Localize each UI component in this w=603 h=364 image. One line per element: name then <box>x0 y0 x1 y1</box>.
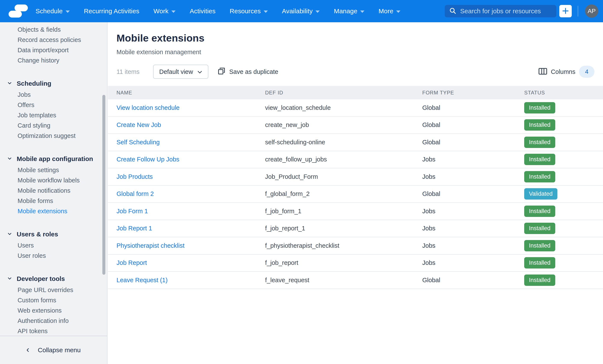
column-header-def-id[interactable]: DEF ID <box>265 90 422 96</box>
nav-item-label: Activities <box>190 8 215 15</box>
sidebar-section-developer-tools[interactable]: Developer tools <box>0 274 107 284</box>
sidebar-item-custom-forms[interactable]: Custom forms <box>0 295 107 305</box>
sidebar-item-user-roles[interactable]: User roles <box>0 250 107 261</box>
form-type-cell: Jobs <box>422 242 524 249</box>
extension-link[interactable]: Physiotherapist checklist <box>116 242 185 249</box>
sidebar-item-record-access-policies[interactable]: Record access policies <box>0 35 107 45</box>
collapse-menu-button[interactable]: ‹ Collapse menu <box>0 336 107 364</box>
view-selector-label: Default view <box>159 68 193 75</box>
form-type-cell: Jobs <box>422 225 524 232</box>
status-cell: Installed <box>524 154 603 165</box>
sidebar-item-mobile-forms[interactable]: Mobile forms <box>0 196 107 206</box>
sidebar-item-mobile-extensions[interactable]: Mobile extensions <box>0 206 107 216</box>
search-icon <box>449 7 456 15</box>
status-badge: Installed <box>524 119 555 131</box>
name-cell: Job Report <box>116 259 265 266</box>
sidebar-item-offers[interactable]: Offers <box>0 100 107 110</box>
table-body: View location scheduleview_location_sche… <box>108 99 603 289</box>
app-root: ScheduleRecurring ActivitiesWorkActiviti… <box>0 0 603 364</box>
extension-link[interactable]: Leave Request (1) <box>116 277 168 284</box>
table-row: View location scheduleview_location_sche… <box>108 99 603 117</box>
sidebar-item-optimization-suggest[interactable]: Optimization suggest <box>0 131 107 141</box>
extension-link[interactable]: View location schedule <box>116 104 180 111</box>
sidebar-section-users-roles[interactable]: Users & roles <box>0 229 107 239</box>
logo-shape-top <box>15 4 28 11</box>
logo-shape-bottom <box>9 11 22 18</box>
chevron-down-icon <box>7 276 12 282</box>
sidebar-item-change-history[interactable]: Change history <box>0 55 107 66</box>
sidebar-item-web-extensions[interactable]: Web extensions <box>0 305 107 316</box>
chevron-down-icon <box>197 68 202 75</box>
extension-link[interactable]: Global form 2 <box>116 190 154 197</box>
table-row: Create Follow Up Jobscreate_follow_up_jo… <box>108 151 603 169</box>
chevron-left-icon: ‹ <box>26 345 29 354</box>
sidebar-item-job-templates[interactable]: Job templates <box>0 110 107 120</box>
def-id-cell: self-scheduling-online <box>265 139 422 146</box>
nav-item-resources[interactable]: Resources <box>230 8 268 15</box>
sidebar-scrollbar[interactable] <box>102 95 105 275</box>
create-new-button[interactable] <box>559 5 572 17</box>
sidebar-item-mobile-notifications[interactable]: Mobile notifications <box>0 185 107 196</box>
page-subtitle: Mobile extension management <box>116 49 603 56</box>
nav-item-label: Resources <box>230 8 261 15</box>
chevron-down-icon <box>360 11 364 13</box>
name-cell: Create New Job <box>116 121 265 128</box>
extension-link[interactable]: Create New Job <box>116 121 161 128</box>
sidebar-item-mobile-settings[interactable]: Mobile settings <box>0 165 107 175</box>
form-type-cell: Global <box>422 104 524 111</box>
extension-link[interactable]: Job Report 1 <box>116 225 152 232</box>
form-type-cell: Global <box>422 121 524 128</box>
sidebar-item-card-styling[interactable]: Card styling <box>0 120 107 131</box>
sidebar-item-objects-fields[interactable]: Objects & fields <box>0 24 107 35</box>
nav-item-activities[interactable]: Activities <box>190 8 215 15</box>
columns-button[interactable]: Columns 4 <box>538 66 594 78</box>
nav-item-availability[interactable]: Availability <box>282 8 320 15</box>
status-badge: Installed <box>524 257 555 269</box>
sidebar-item-jobs[interactable]: Jobs <box>0 90 107 100</box>
nav-item-manage[interactable]: Manage <box>334 8 364 15</box>
status-badge: Installed <box>524 205 555 217</box>
extension-link[interactable]: Job Form 1 <box>116 208 148 215</box>
nav-item-schedule[interactable]: Schedule <box>35 8 70 15</box>
def-id-cell: Job_Product_Form <box>265 173 422 180</box>
sidebar-item-data-import-export[interactable]: Data import/export <box>0 45 107 55</box>
sidebar-section-scheduling[interactable]: Scheduling <box>0 78 107 89</box>
def-id-cell: view_location_schedule <box>265 104 422 111</box>
search-placeholder: Search for jobs or resources <box>460 8 541 15</box>
sidebar-item-mobile-workflow-labels[interactable]: Mobile workflow labels <box>0 175 107 185</box>
nav-item-more[interactable]: More <box>379 8 400 15</box>
sidebar-item-users[interactable]: Users <box>0 240 107 250</box>
sidebar-section-title: Users & roles <box>17 231 58 238</box>
status-cell: Installed <box>524 257 603 269</box>
extension-link[interactable]: Job Report <box>116 259 147 266</box>
column-header-form-type[interactable]: FORM TYPE <box>422 90 524 96</box>
sidebar-item-page-url-overrides[interactable]: Page URL overrides <box>0 285 107 295</box>
def-id-cell: f_job_report_1 <box>265 225 422 232</box>
name-cell: Global form 2 <box>116 190 265 197</box>
def-id-cell: f_job_form_1 <box>265 208 422 215</box>
view-selector-button[interactable]: Default view <box>153 65 208 79</box>
status-cell: Installed <box>524 223 603 234</box>
column-header-name[interactable]: NAME <box>116 90 265 96</box>
sidebar-section-mobile-app-configuration[interactable]: Mobile app configuration <box>0 154 107 164</box>
table-row: Job Form 1f_job_form_1JobsInstalled <box>108 203 603 220</box>
extension-link[interactable]: Create Follow Up Jobs <box>116 156 179 163</box>
def-id-cell: create_follow_up_jobs <box>265 156 422 163</box>
chevron-down-icon <box>171 11 176 13</box>
extension-link[interactable]: Job Products <box>116 173 153 180</box>
sidebar-item-api-tokens[interactable]: API tokens <box>0 326 107 336</box>
skedulo-logo[interactable] <box>9 4 32 18</box>
status-cell: Validated <box>524 188 603 200</box>
table-header-row: NAMEDEF IDFORM TYPESTATUS <box>108 86 603 99</box>
extension-link[interactable]: Self Scheduling <box>116 139 160 146</box>
def-id-cell: f_physiotherapist_checklist <box>265 242 422 249</box>
nav-item-recurring-activities[interactable]: Recurring Activities <box>84 8 139 15</box>
avatar[interactable]: AP <box>585 4 598 18</box>
save-as-duplicate-button[interactable]: Save as duplicate <box>217 67 278 76</box>
nav-item-work[interactable]: Work <box>153 8 176 15</box>
sidebar-item-authentication-info[interactable]: Authentication info <box>0 316 107 326</box>
form-type-cell: Jobs <box>422 156 524 163</box>
column-header-status[interactable]: STATUS <box>524 90 603 96</box>
status-badge: Installed <box>524 240 555 251</box>
search-input[interactable]: Search for jobs or resources <box>445 5 556 17</box>
